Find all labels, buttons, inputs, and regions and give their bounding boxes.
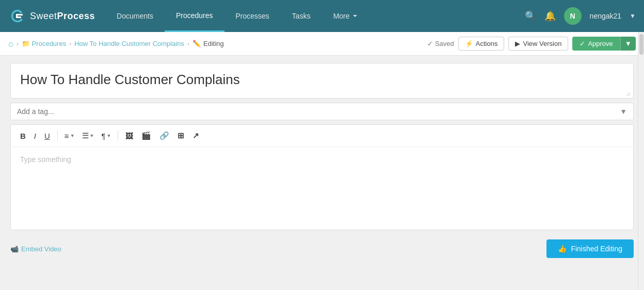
thumbsup-icon: 👍	[558, 245, 567, 253]
link-button[interactable]: 🔗	[156, 129, 172, 142]
external-link-icon: ↗	[192, 131, 199, 140]
breadcrumb-actions: ✓ Saved ⚡ Actions ▶ View Version ✓ Appro…	[427, 37, 636, 51]
external-link-button[interactable]: ↗	[189, 129, 202, 142]
resize-handle[interactable]: ⊿	[626, 91, 632, 97]
paragraph-icon: ¶	[101, 132, 105, 140]
link-icon: 🔗	[159, 131, 169, 140]
nav-item-more[interactable]: More	[322, 0, 368, 32]
breadcrumb-bar: ⌂ › 📁 Procedures › How To Handle Custome…	[0, 32, 644, 56]
navbar: SweetProcess Documents Procedures Proces…	[0, 0, 644, 32]
breadcrumb-procedures-link[interactable]: 📁 Procedures	[22, 40, 66, 47]
breadcrumb-sep-3: ›	[187, 40, 189, 47]
folder-icon: 📁	[22, 40, 30, 47]
toolbar-separator-2	[118, 131, 118, 141]
brand-icon	[8, 7, 27, 25]
check-icon: ✓	[427, 40, 433, 47]
table-icon: ⊞	[178, 131, 184, 140]
nav-item-procedures[interactable]: Procedures	[165, 0, 224, 32]
actions-button[interactable]: ⚡ Actions	[458, 37, 505, 51]
user-chevron-icon[interactable]: ▼	[630, 12, 636, 20]
breadcrumb-sep-2: ›	[69, 40, 71, 47]
search-icon[interactable]: 🔍	[525, 10, 536, 22]
underline-button[interactable]: U	[41, 130, 53, 142]
edit-icon: ✏️	[192, 40, 201, 47]
home-icon[interactable]: ⌂	[8, 39, 13, 49]
toolbar-separator-1	[57, 131, 58, 141]
ordered-list-arrow: ▼	[70, 133, 75, 138]
ordered-list-button[interactable]: ≡ ▼	[62, 130, 77, 142]
editor-toolbar: B I U ≡ ▼ ☰ ▼ ¶ ▼ 🖼 🎬	[11, 125, 633, 147]
image-button[interactable]: 🖼	[122, 130, 136, 142]
breadcrumb-editing: ✏️ Editing	[192, 40, 224, 47]
video-button[interactable]: 🎬	[138, 129, 154, 142]
video-camera-icon: 📹	[10, 245, 19, 253]
nav-item-processes[interactable]: Processes	[224, 0, 281, 32]
breadcrumb-sep-1: ›	[17, 40, 19, 47]
approve-group: ✓ Approve ▼	[572, 37, 636, 51]
italic-button[interactable]: I	[31, 130, 39, 142]
unordered-list-arrow: ▼	[90, 133, 94, 138]
embed-video-link[interactable]: 📹 Embed Video	[10, 245, 61, 253]
checkmark-icon: ✓	[579, 40, 585, 47]
title-input[interactable]	[11, 63, 633, 96]
editor-placeholder: Type something	[20, 155, 71, 164]
play-icon: ▶	[515, 40, 520, 47]
nav-item-tasks[interactable]: Tasks	[281, 0, 322, 32]
finished-editing-button[interactable]: 👍 Finished Editing	[546, 239, 634, 258]
bottom-bar: 📹 Embed Video 👍 Finished Editing	[10, 235, 634, 262]
nav-items: Documents Procedures Processes Tasks Mor…	[105, 0, 525, 32]
unordered-list-button[interactable]: ☰ ▼	[79, 129, 97, 142]
tag-dropdown-icon[interactable]: ▼	[620, 107, 627, 116]
approve-dropdown-button[interactable]: ▼	[620, 37, 636, 51]
tag-input[interactable]	[17, 107, 620, 116]
scrollbar-track[interactable]	[638, 32, 644, 290]
paragraph-arrow: ▼	[107, 133, 111, 138]
saved-button: ✓ Saved	[427, 40, 454, 47]
editor-card: B I U ≡ ▼ ☰ ▼ ¶ ▼ 🖼 🎬	[10, 124, 634, 230]
ordered-list-icon: ≡	[65, 132, 69, 140]
breadcrumb-page-link[interactable]: How To Handle Customer Complains	[74, 40, 184, 47]
notification-icon[interactable]: 🔔	[544, 10, 556, 22]
approve-button[interactable]: ✓ Approve	[572, 37, 620, 51]
nav-item-documents[interactable]: Documents	[105, 0, 165, 32]
bold-button[interactable]: B	[17, 130, 29, 142]
main-content: ⊿ ▼ B I U ≡ ▼ ☰ ▼ ¶ ▼ �	[0, 56, 644, 290]
editor-body[interactable]: Type something	[11, 147, 633, 230]
lightning-icon: ⚡	[465, 40, 473, 47]
nav-right: 🔍 🔔 N nengak21 ▼	[525, 7, 636, 25]
tag-bar: ▼	[10, 103, 634, 120]
title-card: ⊿	[10, 63, 634, 99]
avatar[interactable]: N	[564, 7, 582, 25]
brand-name: SweetProcess	[30, 11, 95, 22]
view-version-button[interactable]: ▶ View Version	[508, 37, 568, 51]
unordered-list-icon: ☰	[82, 131, 89, 140]
paragraph-button[interactable]: ¶ ▼	[99, 130, 114, 142]
brand-logo[interactable]: SweetProcess	[8, 7, 95, 25]
table-button[interactable]: ⊞	[174, 129, 187, 142]
username-label[interactable]: nengak21	[590, 12, 622, 20]
scrollbar-thumb[interactable]	[639, 34, 643, 55]
video-icon: 🎬	[141, 131, 151, 140]
approve-chevron-icon: ▼	[625, 40, 632, 47]
image-icon: 🖼	[125, 132, 133, 140]
